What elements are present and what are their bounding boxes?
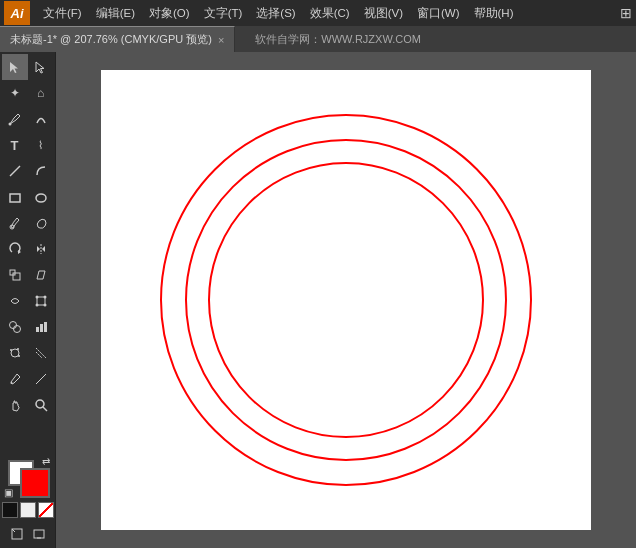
app-logo: Ai [4,1,30,25]
tool-row-7 [0,210,55,236]
tool-row-5 [0,158,55,184]
main-area: ✦ ⌂ T ⌇ [0,52,636,548]
type-tool[interactable]: T [2,132,28,158]
shape-builder-tool[interactable] [2,314,28,340]
canvas-area [56,52,636,548]
zoom-tool[interactable] [28,392,54,418]
warp-tool[interactable] [2,288,28,314]
svg-point-38 [186,140,506,460]
svg-point-31 [36,400,44,408]
menu-help[interactable]: 帮助(H) [467,4,521,23]
canvas [101,70,591,530]
pen-tool[interactable] [2,106,28,132]
magic-wand-tool[interactable]: ✦ [2,80,28,106]
menu-file[interactable]: 文件(F) [36,4,89,23]
blob-brush-tool[interactable] [28,210,54,236]
menu-edit[interactable]: 编辑(E) [89,4,142,23]
menu-text[interactable]: 文字(T) [197,4,250,23]
vertical-type-icon: ⌇ [38,139,43,152]
line-tool[interactable] [2,158,28,184]
tab-title: 未标题-1* @ 207.76% (CMYK/GPU 预览) [10,32,212,47]
tool-row-8 [0,236,55,262]
svg-point-16 [9,322,16,329]
direct-selection-tool[interactable] [28,54,54,80]
circles-svg [101,70,591,530]
free-transform-tool[interactable] [28,288,54,314]
arc-tool[interactable] [28,158,54,184]
paintbrush-tool[interactable] [2,210,28,236]
symbol-sprayer-tool[interactable] [2,340,28,366]
column-graph-tool[interactable] [28,340,54,366]
svg-rect-4 [10,194,20,202]
toolbar: ✦ ⌂ T ⌇ [0,52,56,548]
svg-point-39 [209,163,483,437]
svg-rect-11 [37,297,45,305]
svg-point-21 [11,349,19,357]
svg-point-14 [35,304,38,307]
grid-icon: ⊞ [620,5,632,21]
svg-rect-35 [34,530,44,538]
menu-bar: Ai 文件(F) 编辑(E) 对象(O) 文字(T) 选择(S) 效果(C) 视… [0,0,636,26]
reflect-tool[interactable] [28,236,54,262]
tool-row-13 [0,366,55,392]
tool-row-11 [0,314,55,340]
graph-tool[interactable] [28,314,54,340]
svg-point-5 [36,194,46,202]
svg-point-27 [10,382,12,384]
rotate-tool[interactable] [2,236,28,262]
rectangle-tool[interactable] [2,184,28,210]
svg-rect-18 [36,327,39,332]
menu-view[interactable]: 视图(V) [357,4,410,23]
tab-close-button[interactable]: × [218,34,224,46]
shear-tool[interactable] [28,262,54,288]
svg-point-23 [17,348,19,350]
svg-rect-19 [40,324,43,332]
color-row2 [2,502,54,518]
tool-row-14 [0,392,55,418]
hand-tool[interactable] [2,392,28,418]
scale-tool[interactable] [2,262,28,288]
vertical-type-tool[interactable]: ⌇ [28,132,54,158]
svg-point-37 [161,115,531,485]
tool-row-10 [0,288,55,314]
svg-line-32 [43,407,47,411]
active-tab[interactable]: 未标题-1* @ 207.76% (CMYK/GPU 预览) × [0,26,235,52]
color-swatch-white[interactable] [20,502,36,518]
svg-point-2 [8,123,11,126]
lasso-tool[interactable]: ⌂ [28,80,54,106]
swap-colors-icon[interactable]: ⇄ [42,456,50,467]
curvature-tool[interactable] [28,106,54,132]
svg-line-30 [38,377,43,382]
menu-effect[interactable]: 效果(C) [303,4,357,23]
svg-point-24 [18,355,20,357]
menu-window[interactable]: 窗口(W) [410,4,467,23]
color-swatch-black[interactable] [2,502,18,518]
svg-point-17 [13,326,20,333]
tab-bar: 未标题-1* @ 207.76% (CMYK/GPU 预览) × 软件自学网：W… [0,26,636,52]
ellipse-tool[interactable] [28,184,54,210]
menu-object[interactable]: 对象(O) [142,4,197,23]
selection-tool[interactable] [2,54,28,80]
tool-row-4: T ⌇ [0,132,55,158]
svg-point-22 [10,349,12,351]
svg-line-3 [10,166,20,176]
svg-point-13 [43,296,46,299]
measure-tool[interactable] [28,366,54,392]
stroke-color-swatch[interactable] [22,470,48,496]
wand-icon: ✦ [10,86,20,100]
artboard-tool[interactable] [7,524,27,544]
lasso-icon: ⌂ [37,86,44,100]
tool-row-9 [0,262,55,288]
type-icon: T [11,138,19,153]
color-area: ⇄ ▣ [2,460,54,548]
menu-select[interactable]: 选择(S) [249,4,302,23]
tab-right-info: 软件自学网：WWW.RJZXW.COM [245,26,431,52]
svg-point-15 [43,304,46,307]
default-colors-icon[interactable]: ▣ [4,487,13,498]
workspace-switcher[interactable]: ⊞ [620,5,632,21]
svg-rect-9 [13,273,20,280]
tool-row-2: ✦ ⌂ [0,80,55,106]
color-swatch-none[interactable] [38,502,54,518]
eyedropper-tool[interactable] [2,366,28,392]
screen-mode[interactable] [29,524,49,544]
